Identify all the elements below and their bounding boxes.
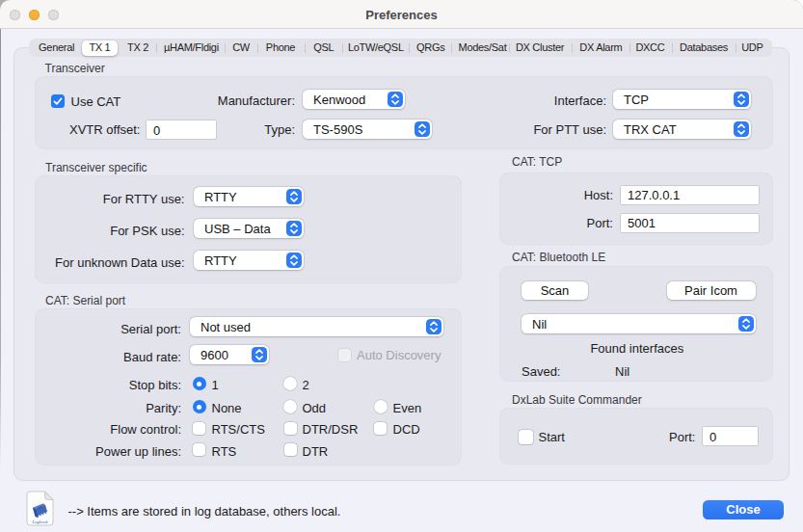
- svg-text:Logbook: Logbook: [31, 519, 48, 524]
